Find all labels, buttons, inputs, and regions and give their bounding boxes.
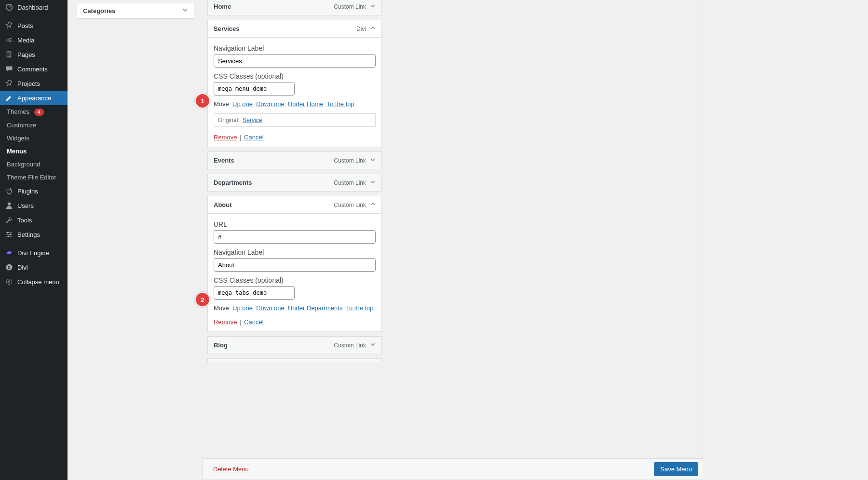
menu-item-type: Custom Link <box>334 3 366 10</box>
sidebar-item-projects[interactable]: Projects <box>0 76 68 91</box>
menu-item-about[interactable]: About Custom Link <box>207 196 382 214</box>
sidebar-item-tools[interactable]: Tools <box>0 213 68 227</box>
menu-item-departments[interactable]: Departments Custom Link <box>207 174 382 192</box>
wrench-icon <box>5 216 14 224</box>
submenu-label: Themes <box>7 108 29 115</box>
menu-item-type: Custom Link <box>334 342 366 349</box>
sidebar-label: Projects <box>17 80 40 87</box>
save-menu-button[interactable]: Save Menu <box>654 462 698 476</box>
menu-item-title: Blog <box>214 342 228 349</box>
svg-point-1 <box>6 39 9 41</box>
menu-item-row[interactable] <box>207 358 382 362</box>
svg-rect-7 <box>8 235 9 237</box>
sidebar-item-pages[interactable]: Pages <box>0 47 68 62</box>
submenu-menus[interactable]: Menus <box>0 145 68 158</box>
css-classes-input[interactable] <box>214 82 295 96</box>
chevron-down-icon <box>182 7 188 14</box>
categories-title: Categories <box>83 7 115 14</box>
url-heading: URL <box>214 220 376 228</box>
menu-item-type: Custom Link <box>334 157 366 164</box>
chevron-down-icon[interactable] <box>370 179 376 186</box>
separator: | <box>240 134 241 141</box>
menu-item-home[interactable]: Home Custom Link <box>207 0 382 15</box>
css-classes-input[interactable] <box>214 286 295 300</box>
css-classes-heading: CSS Classes (optional) <box>214 72 376 80</box>
remove-link[interactable]: Remove <box>214 318 237 326</box>
move-up-link[interactable]: Up one <box>232 304 253 312</box>
menu-item-title: About <box>214 201 232 208</box>
menu-item-title: Home <box>214 3 231 10</box>
submenu-background[interactable]: Background <box>0 158 68 171</box>
move-down-link[interactable]: Down one <box>256 304 285 312</box>
services-settings: Navigation Label CSS Classes (optional) … <box>207 38 382 147</box>
move-label: Move <box>214 100 229 108</box>
move-top-link[interactable]: To the top <box>346 304 373 312</box>
move-down-link[interactable]: Down one <box>256 100 285 108</box>
brush-icon <box>5 94 14 102</box>
update-badge: 4 <box>34 109 44 116</box>
chevron-down-icon[interactable] <box>370 342 376 349</box>
original-link[interactable]: Service <box>243 117 262 123</box>
sidebar-item-posts[interactable]: Posts <box>0 18 68 33</box>
chevron-up-icon[interactable] <box>370 201 376 208</box>
svg-text:D: D <box>8 265 11 270</box>
annotation-badge-1: 1 <box>195 93 210 109</box>
nav-label-input[interactable] <box>214 54 376 68</box>
sidebar-label: Posts <box>17 22 33 29</box>
sidebar-item-appearance[interactable]: Appearance <box>0 91 68 105</box>
original-label: Original: <box>218 117 240 123</box>
sidebar-label: Users <box>17 202 34 209</box>
menu-item-events[interactable]: Events Custom Link <box>207 151 382 169</box>
sidebar-item-divi[interactable]: D Divi <box>0 260 68 274</box>
menu-footer-bar: Delete Menu Save Menu <box>202 458 703 480</box>
chevron-up-icon[interactable] <box>370 25 376 32</box>
css-classes-heading: CSS Classes (optional) <box>214 276 376 284</box>
sidebar-item-media[interactable]: Media <box>0 33 68 47</box>
cancel-link[interactable]: Cancel <box>244 318 263 326</box>
nav-label-input[interactable] <box>214 258 376 272</box>
main-content: Categories Home Custom Link <box>68 0 868 480</box>
panel-border <box>703 0 703 458</box>
sidebar-item-plugins[interactable]: Plugins <box>0 184 68 198</box>
sidebar-label: Collapse menu <box>17 278 59 286</box>
submenu-theme-editor[interactable]: Theme File Editor <box>0 171 68 184</box>
sidebar-label: Settings <box>17 231 40 238</box>
categories-toggle[interactable]: Categories <box>77 3 194 18</box>
divi-engine-icon <box>5 249 14 257</box>
move-label: Move <box>214 304 229 312</box>
sidebar-item-divi-engine[interactable]: Divi Engine <box>0 246 68 260</box>
sidebar-label: Divi <box>17 264 28 271</box>
move-under-link[interactable]: Under Departments <box>288 304 342 312</box>
sidebar-item-settings[interactable]: Settings <box>0 227 68 242</box>
cancel-link[interactable]: Cancel <box>244 134 263 141</box>
move-top-link[interactable]: To the top <box>327 100 354 108</box>
sidebar-item-comments[interactable]: Comments <box>0 62 68 76</box>
menu-item-services[interactable]: Services Divi <box>207 20 382 38</box>
url-input[interactable] <box>214 230 376 244</box>
sidebar-label: Tools <box>17 217 32 224</box>
submenu-widgets[interactable]: Widgets <box>0 132 68 145</box>
page-icon <box>5 51 14 58</box>
menu-structure: Home Custom Link Services Divi Navigatio… <box>207 0 382 362</box>
sidebar-collapse[interactable]: Collapse menu <box>0 274 68 289</box>
delete-menu-link[interactable]: Delete Menu <box>213 466 249 473</box>
svg-rect-3 <box>8 52 12 57</box>
plug-icon <box>5 187 14 195</box>
sidebar-label: Media <box>17 37 34 44</box>
move-up-link[interactable]: Up one <box>232 100 253 108</box>
chevron-down-icon[interactable] <box>370 157 376 164</box>
menu-item-blog[interactable]: Blog Custom Link <box>207 336 382 354</box>
nav-label-heading: Navigation Label <box>214 248 376 256</box>
sidebar-label: Divi Engine <box>17 249 49 257</box>
sidebar-label: Appearance <box>17 95 51 102</box>
sidebar-label: Comments <box>17 66 48 73</box>
separator: | <box>240 318 241 326</box>
submenu-customize[interactable]: Customize <box>0 119 68 132</box>
remove-link[interactable]: Remove <box>214 134 237 141</box>
submenu-themes[interactable]: Themes 4 <box>0 105 68 119</box>
chevron-down-icon[interactable] <box>370 3 376 10</box>
sidebar-item-dashboard[interactable]: Dashboard <box>0 0 68 14</box>
move-under-link[interactable]: Under Home <box>288 100 324 108</box>
menu-item-type: Divi <box>356 26 366 32</box>
sidebar-item-users[interactable]: Users <box>0 198 68 213</box>
